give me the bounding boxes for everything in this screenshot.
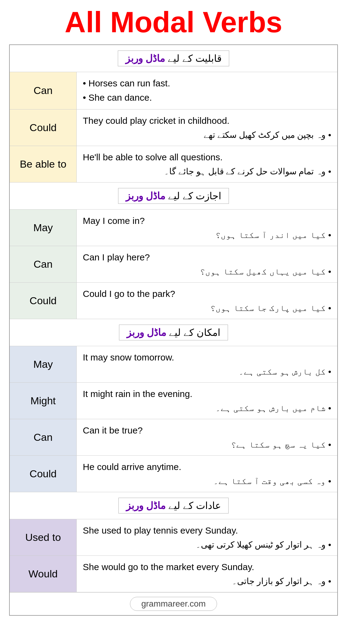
english-example: Can I play here?: [83, 250, 331, 264]
section-urdu-text: امکان کے لیے ماڈل وربز: [127, 327, 220, 338]
verb-cell: May: [10, 346, 77, 382]
verb-cell: Can: [10, 72, 77, 109]
verb-row: Be able toHe'll be able to solve all que…: [10, 146, 337, 183]
urdu-example: •وہ تمام سوالات حل کرنے کے قابل ہو جائے …: [83, 165, 331, 178]
section-urdu-text: اجازت کے لیے ماڈل وربز: [126, 190, 221, 201]
example-cell: Can it be true?•کیا یہ سچ ہو سکتا ہے؟: [77, 419, 337, 455]
urdu-text: کیا میں پارک جا سکتا ہوں؟: [210, 302, 326, 315]
urdu-text: کیا یہ سچ ہو سکتا ہے؟: [231, 438, 326, 451]
footer: grammareer.com: [10, 592, 337, 615]
bullet-icon: •: [328, 538, 331, 551]
verb-row: CanCan I play here?•کیا میں یہاں کھیل سک…: [10, 246, 337, 283]
urdu-example: •کل بارش ہو سکتی ہے۔: [83, 365, 331, 378]
urdu-text: کیا میں اندر آ سکتا ہوں؟: [216, 229, 326, 242]
bullet-icon: •: [83, 78, 86, 88]
section-header-box-qabliyat: قابلیت کے لیے ماڈل وربز: [118, 50, 229, 66]
bullet-icon: •: [328, 229, 331, 242]
page-title: All Modal Verbs: [0, 0, 347, 41]
section-header-box-aadat: عادات کے لیے ماڈل وربز: [118, 498, 229, 513]
example-cell: May I come in?•کیا میں اندر آ سکتا ہوں؟: [77, 210, 337, 246]
verb-row: CouldThey could play cricket in childhoo…: [10, 110, 337, 146]
example-cell: She used to play tennis every Sunday.•وہ…: [77, 519, 337, 555]
example-cell: They could play cricket in childhood.•وہ…: [77, 110, 337, 146]
english-example: He'll be able to solve all questions.: [83, 150, 331, 164]
verb-row: CouldCould I go to the park?•کیا میں پار…: [10, 283, 337, 319]
english-example: Could I go to the park?: [83, 287, 331, 301]
verb-cell: Could: [10, 110, 77, 146]
section-label: ماڈل وربز: [127, 327, 166, 338]
urdu-text: وہ ہر اتوار کو ٹینس کھیلا کرتی تھی۔: [196, 538, 326, 551]
english-example: Can it be true?: [83, 423, 331, 437]
verb-cell: May: [10, 210, 77, 246]
verb-row: Can•Horses can run fast.•She can dance.: [10, 72, 337, 110]
bullet-icon: •: [328, 165, 331, 178]
verb-row: MightIt might rain in the evening.•شام م…: [10, 383, 337, 419]
urdu-text: شام میں بارش ہو سکتی ہے۔: [216, 402, 326, 415]
english-example: She would go to the market every Sunday.: [83, 560, 331, 574]
verb-cell: Could: [10, 456, 77, 492]
section-label: ماڈل وربز: [126, 500, 166, 511]
verb-cell: Would: [10, 556, 77, 592]
verb-cell: Can: [10, 246, 77, 282]
english-example: It may snow tomorrow.: [83, 350, 331, 364]
section-header-aadat: عادات کے لیے ماڈل وربز: [10, 492, 337, 519]
verb-cell: Can: [10, 419, 77, 455]
verb-row: Used toShe used to play tennis every Sun…: [10, 519, 337, 556]
section-label: ماڈل وربز: [125, 53, 165, 64]
urdu-text: وہ کسی بھی وقت آ سکتا ہے۔: [213, 475, 326, 488]
urdu-example: •وہ بچپن میں کرکٹ کھیل سکتے تھے: [83, 129, 331, 141]
english-example: She used to play tennis every Sunday.: [83, 524, 331, 537]
verb-cell: Could: [10, 283, 77, 319]
verb-row: CouldHe could arrive anytime.•وہ کسی بھی…: [10, 456, 337, 492]
section-header-ijazat: اجازت کے لیے ماڈل وربز: [10, 183, 337, 210]
example-cell: It may snow tomorrow.•کل بارش ہو سکتی ہے…: [77, 346, 337, 382]
urdu-text: وہ تمام سوالات حل کرنے کے قابل ہو جائے گ…: [164, 165, 326, 178]
english-example: He could arrive anytime.: [83, 460, 331, 474]
urdu-example: •وہ ہر اتوار کو ٹینس کھیلا کرتی تھی۔: [83, 538, 331, 551]
urdu-example: •وہ کسی بھی وقت آ سکتا ہے۔: [83, 475, 331, 488]
bullet-icon: •: [328, 265, 331, 278]
bullet-icon: •: [328, 129, 331, 141]
urdu-example: •شام میں بارش ہو سکتی ہے۔: [83, 402, 331, 415]
section-label: ماڈل وربز: [126, 190, 165, 201]
main-table: قابلیت کے لیے ماڈل وربزCan•Horses can ru…: [9, 44, 338, 616]
verb-row: CanCan it be true?•کیا یہ سچ ہو سکتا ہے؟: [10, 419, 337, 456]
verb-cell: Be able to: [10, 146, 77, 182]
english-example: May I come in?: [83, 214, 331, 228]
section-header-imkan: امکان کے لیے ماڈل وربز: [10, 319, 337, 346]
section-urdu-text: قابلیت کے لیے ماڈل وربز: [125, 53, 222, 64]
english-example: •She can dance.: [83, 91, 331, 104]
urdu-example: •کیا میں اندر آ سکتا ہوں؟: [83, 229, 331, 242]
section-header-box-ijazat: اجازت کے لیے ماڈل وربز: [118, 188, 229, 204]
urdu-text: کل بارش ہو سکتی ہے۔: [239, 365, 326, 378]
verb-row: MayIt may snow tomorrow.•کل بارش ہو سکتی…: [10, 346, 337, 383]
example-cell: He'll be able to solve all questions.•وہ…: [77, 146, 337, 182]
english-example: They could play cricket in childhood.: [83, 114, 331, 127]
urdu-example: •کیا میں پارک جا سکتا ہوں؟: [83, 302, 331, 315]
section-header-box-imkan: امکان کے لیے ماڈل وربز: [119, 325, 228, 340]
english-example: It might rain in the evening.: [83, 387, 331, 401]
verb-row: MayMay I come in?•کیا میں اندر آ سکتا ہو…: [10, 210, 337, 246]
bullet-icon: •: [328, 438, 331, 451]
urdu-text: وہ ہر اتوار کو بازار جاتی۔: [232, 575, 326, 588]
footer-text: grammareer.com: [130, 597, 217, 611]
example-cell: Can I play here?•کیا میں یہاں کھیل سکتا …: [77, 246, 337, 282]
example-cell: It might rain in the evening.•شام میں با…: [77, 383, 337, 419]
urdu-example: •کیا میں یہاں کھیل سکتا ہوں؟: [83, 265, 331, 278]
urdu-text: وہ بچپن میں کرکٹ کھیل سکتے تھے: [204, 129, 326, 141]
bullet-icon: •: [328, 302, 331, 315]
section-urdu-text: عادات کے لیے ماڈل وربز: [126, 500, 221, 511]
bullet-icon: •: [328, 475, 331, 488]
verb-cell: Used to: [10, 519, 77, 555]
bullet-icon: •: [328, 365, 331, 378]
verb-row: WouldShe would go to the market every Su…: [10, 556, 337, 592]
english-example: •Horses can run fast.: [83, 76, 331, 90]
example-cell: •Horses can run fast.•She can dance.: [77, 72, 337, 109]
section-header-qabliyat: قابلیت کے لیے ماڈل وربز: [10, 45, 337, 72]
example-cell: He could arrive anytime.•وہ کسی بھی وقت …: [77, 456, 337, 492]
urdu-example: •کیا یہ سچ ہو سکتا ہے؟: [83, 438, 331, 451]
example-cell: She would go to the market every Sunday.…: [77, 556, 337, 592]
urdu-text: کیا میں یہاں کھیل سکتا ہوں؟: [200, 265, 326, 278]
bullet-icon: •: [83, 92, 86, 103]
example-cell: Could I go to the park?•کیا میں پارک جا …: [77, 283, 337, 319]
